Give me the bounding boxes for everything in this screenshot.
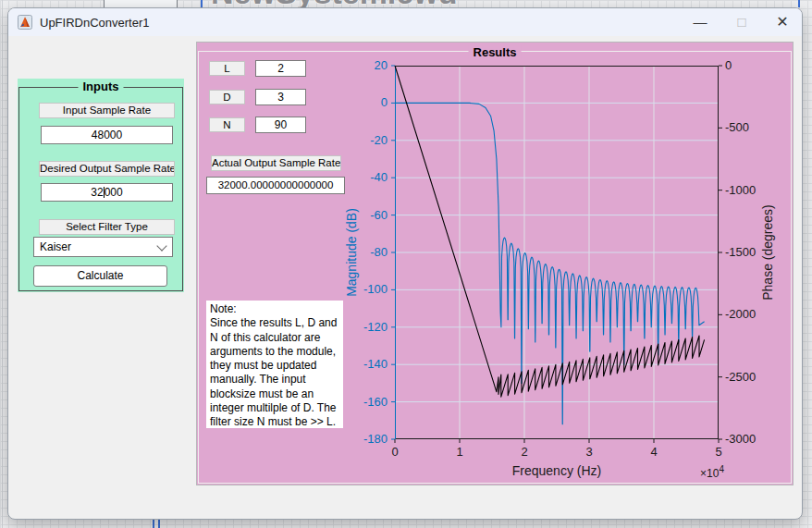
background-grid-line	[798, 0, 800, 7]
x-axis-multiplier: ×104	[682, 464, 724, 480]
screen: 1 found NewSystem.cwd UpFIRDnConverter1 …	[0, 0, 812, 528]
x-tick: 3	[571, 445, 608, 460]
y-left-tick: -20	[341, 133, 388, 148]
background-ruler-tick	[158, 519, 160, 528]
multiplier-exponent: 4	[719, 464, 724, 474]
filter-response-plot	[395, 66, 719, 439]
x-axis-label: Frequency (Hz)	[474, 463, 640, 478]
calculate-button[interactable]: Calculate	[33, 265, 167, 287]
desired-output-sample-rate-label: Desired Output Sample Rate	[39, 161, 175, 177]
y-right-tick: 0	[725, 58, 775, 73]
n-label: N	[209, 117, 245, 132]
y-left-tick: 20	[341, 58, 388, 73]
l-label: L	[209, 61, 245, 76]
input-sample-rate-field[interactable]: 48000	[41, 126, 173, 144]
filter-type-selected-value: Kaiser	[40, 240, 71, 253]
desired-output-sample-rate-field[interactable]: 32000	[41, 183, 173, 202]
y-left-axis-label: Magnitude (dB)	[344, 208, 359, 297]
value-after-caret: 000	[105, 186, 123, 199]
note-text: Note: Since the results L, D and N of th…	[206, 301, 343, 428]
window-title: UpFIRDnConverter1	[40, 16, 150, 30]
app-window: UpFIRDnConverter1 — □ ✕ Inputs Input Sam…	[7, 7, 803, 520]
d-label: D	[209, 90, 245, 104]
filter-type-dropdown[interactable]: Kaiser	[33, 237, 173, 257]
actual-output-sample-rate-label: Actual Output Sample Rate	[211, 155, 341, 171]
minimize-button[interactable]: —	[683, 8, 718, 35]
x-tick: 1	[441, 445, 478, 460]
value-before-caret: 32	[91, 186, 103, 199]
y-right-tick: -1000	[725, 183, 775, 198]
results-panel-title: Results	[469, 45, 522, 59]
chevron-down-icon	[156, 240, 166, 251]
d-value-field[interactable]: 3	[255, 89, 306, 105]
matlab-app-icon	[18, 15, 32, 30]
background-edge-line	[2, 0, 3, 528]
l-value-field[interactable]: 2	[255, 60, 306, 77]
y-left-tick: -160	[341, 395, 388, 410]
y-right-tick: -2000	[725, 307, 775, 322]
select-filter-type-label: Select Filter Type	[39, 219, 175, 235]
y-right-tick: -2500	[725, 370, 775, 385]
multiplier-base: ×10	[700, 467, 719, 480]
n-value-field[interactable]: 90	[255, 117, 306, 133]
y-left-tick: -120	[341, 320, 388, 335]
maximize-button[interactable]: □	[724, 8, 759, 35]
y-right-tick: -500	[725, 120, 775, 135]
x-tick: 5	[700, 445, 737, 460]
x-tick: 2	[506, 445, 543, 460]
background-ruler-tick	[153, 519, 154, 528]
background-cursor-line	[201, 0, 203, 7]
y-right-axis-label: Phase (degrees)	[760, 204, 775, 301]
y-left-tick: -140	[341, 357, 388, 372]
title-bar[interactable]: UpFIRDnConverter1 — □ ✕	[8, 8, 802, 36]
close-button[interactable]: ✕	[765, 8, 800, 35]
inputs-panel-title: Inputs	[79, 80, 124, 93]
actual-output-sample-rate-field[interactable]: 32000.00000000000000	[206, 177, 345, 194]
y-left-tick: -40	[341, 170, 388, 185]
y-left-tick: 0	[341, 95, 388, 110]
input-sample-rate-label: Input Sample Rate	[39, 103, 175, 118]
x-tick: 0	[376, 445, 413, 460]
x-tick: 4	[635, 445, 672, 460]
